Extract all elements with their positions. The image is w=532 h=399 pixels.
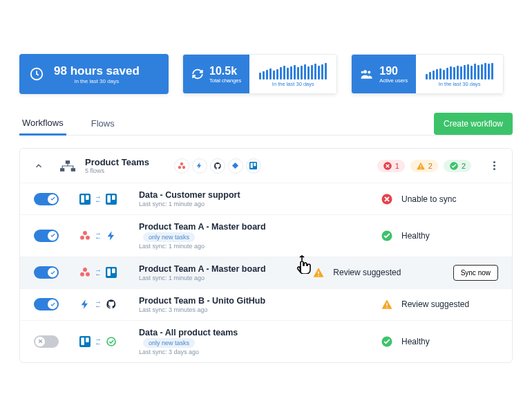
flow-toggle[interactable]	[34, 230, 59, 242]
svg-point-2	[368, 71, 371, 74]
flow-row: →← Product Team B - Unito GitHub Last sy…	[20, 288, 512, 320]
badge-warning: 2	[410, 160, 438, 172]
stat-hours-saved: 98 hours saved in the last 30 days	[19, 54, 169, 94]
svg-rect-12	[254, 163, 256, 167]
badge-ok: 2	[444, 160, 471, 172]
svg-rect-34	[319, 272, 320, 275]
sync-arrows-icon: →←	[95, 195, 102, 203]
flow-name[interactable]: Product Team A - Master board	[139, 264, 289, 274]
flow-connectors: →←	[79, 299, 124, 310]
asana-icon	[174, 158, 189, 174]
flow-name[interactable]: Product Team B - Unito GitHub	[139, 296, 289, 306]
sync-arrows-icon: →←	[95, 232, 102, 240]
bolt-icon	[192, 158, 207, 174]
jira-icon	[228, 158, 243, 174]
cursor-pointer-icon	[295, 254, 312, 278]
tab-flows[interactable]: Flows	[88, 113, 117, 134]
svg-rect-5	[60, 168, 64, 171]
svg-rect-6	[71, 168, 75, 171]
workflows-panel: Product Teams 5 flows 1 2 2 →← Data - Cu…	[19, 148, 513, 363]
svg-point-29	[80, 272, 84, 277]
chevron-up-icon	[34, 161, 44, 171]
status-badges: 1 2 2	[377, 160, 471, 172]
svg-rect-18	[81, 195, 84, 203]
stat-users-label: Active users	[379, 77, 408, 84]
trello-icon	[106, 194, 117, 205]
flow-status: Healthy	[401, 231, 430, 241]
sync-icon	[191, 68, 204, 80]
users-icon	[360, 67, 374, 81]
svg-rect-35	[319, 275, 320, 277]
sync-arrows-icon: →←	[95, 337, 102, 346]
flow-status: Unable to sync	[401, 194, 456, 204]
flow-last-sync: Last sync: 1 minute ago	[139, 275, 289, 281]
stats-row: 98 hours saved in the last 30 days 10.5k…	[19, 54, 513, 94]
stat-hours-value: 98 hours saved	[54, 64, 140, 78]
flow-toggle[interactable]	[34, 266, 59, 279]
flow-row: →← Product Team A - Master board Last sy…	[20, 257, 512, 288]
svg-rect-37	[386, 307, 388, 308]
group-header[interactable]: Product Teams 5 flows 1 2 2	[20, 149, 512, 183]
flow-name[interactable]: Data - Customer support	[139, 190, 289, 200]
svg-rect-14	[420, 165, 421, 167]
stat-total-changes: 10.5k Total changes In the last 30 days	[182, 54, 337, 94]
create-workflow-button[interactable]: Create workflow	[434, 113, 513, 135]
svg-point-26	[86, 236, 90, 240]
badge-error: 1	[377, 160, 405, 172]
warning-icon	[312, 266, 325, 279]
flow-last-sync: Last sync: 3 days ago	[139, 349, 289, 355]
svg-point-28	[83, 268, 87, 272]
flow-toggle[interactable]	[34, 335, 59, 348]
flow-status: Healthy	[401, 337, 430, 346]
only-new-tag: only new tasks	[143, 232, 195, 242]
svg-rect-15	[420, 167, 421, 168]
flow-toggle[interactable]	[34, 193, 59, 205]
svg-rect-33	[112, 269, 115, 274]
svg-point-30	[86, 272, 90, 277]
stat-hours-sub: in the last 30 days	[54, 78, 140, 84]
flow-name[interactable]: Data - All product teams	[139, 328, 238, 337]
flow-toggle[interactable]	[34, 298, 59, 310]
svg-point-9	[182, 165, 185, 168]
trello-icon	[106, 267, 117, 278]
bolt-icon	[79, 299, 91, 310]
svg-rect-21	[107, 195, 111, 203]
healthy-icon	[381, 335, 393, 348]
only-new-tag: only new tasks	[143, 338, 195, 348]
flow-name[interactable]: Product Team A - Master board	[139, 222, 266, 232]
svg-point-3	[361, 71, 363, 73]
svg-rect-36	[386, 304, 388, 306]
svg-rect-11	[251, 163, 253, 168]
svg-point-8	[178, 165, 181, 168]
error-icon	[381, 193, 393, 205]
tab-workflows[interactable]: Workflows	[19, 112, 66, 136]
github-icon	[210, 158, 225, 174]
stat-users-sub: In the last 30 days	[439, 81, 481, 87]
asana-icon	[79, 267, 91, 278]
svg-rect-32	[107, 269, 111, 277]
flow-status: Review suggested	[333, 268, 401, 277]
svg-rect-40	[86, 337, 89, 342]
group-menu-button[interactable]	[491, 158, 498, 173]
bolt-icon	[106, 230, 117, 241]
flow-row: →← Data - Customer support Last sync: 1 …	[20, 183, 512, 214]
svg-rect-22	[112, 195, 115, 200]
group-subtitle: 5 flows	[85, 167, 149, 174]
stat-changes-value: 10.5k	[209, 65, 241, 77]
trello-icon	[79, 336, 91, 347]
workflow-diagram-icon	[60, 160, 75, 171]
stat-changes-sub: In the last 30 days	[272, 81, 314, 87]
flow-status: Review suggested	[401, 299, 469, 309]
svg-rect-19	[86, 195, 89, 200]
flow-row: →← Product Team A - Master boardonly new…	[20, 214, 512, 257]
sparkline-changes	[259, 63, 327, 80]
stat-active-users: 190 Active users In the last 30 days	[351, 54, 504, 94]
sync-now-button[interactable]: Sync now	[453, 265, 498, 281]
sync-arrows-icon: →←	[95, 300, 102, 308]
clock-icon	[29, 66, 44, 82]
svg-rect-4	[66, 160, 70, 164]
flow-last-sync: Last sync: 1 minute ago	[139, 243, 289, 250]
svg-rect-39	[81, 337, 84, 345]
check-circle-icon	[106, 336, 117, 347]
group-title: Product Teams	[85, 157, 149, 167]
